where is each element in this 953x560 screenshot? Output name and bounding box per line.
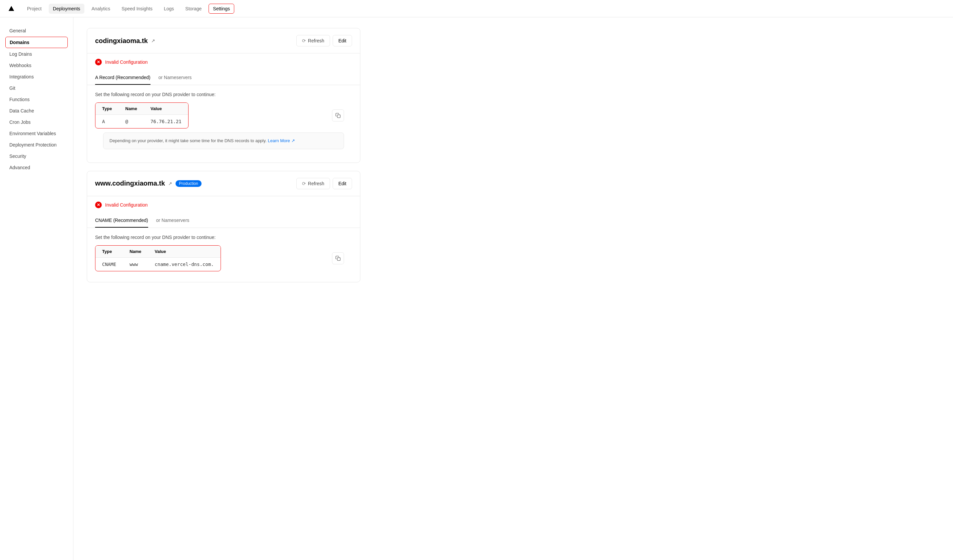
sidebar-item-deployment-protection[interactable]: Deployment Protection (5, 140, 68, 150)
domain-2-copy-area: Type Name Value CNAME www cname.vercel-d… (95, 245, 352, 271)
sidebar-item-webhooks[interactable]: Webhooks (5, 60, 68, 71)
nav-tab-project[interactable]: Project (23, 4, 46, 14)
sidebar-item-domains[interactable]: Domains (5, 37, 68, 48)
domain-1-refresh-button[interactable]: ⟳ Refresh (296, 35, 330, 47)
domain-1-dns-content: Set the following record on your DNS pro… (87, 85, 360, 163)
domain-1-dns-table: Type Name Value A @ 76.76.21.21 (95, 103, 188, 128)
nav-tab-deployments[interactable]: Deployments (49, 4, 85, 14)
domain-2-actions: ⟳ Refresh Edit (296, 178, 352, 189)
domain-1-copy-button[interactable] (332, 109, 344, 121)
domain-1-col-name: Name (119, 103, 144, 115)
domain-card-2: www.codingxiaoma.tk ↗ Production ⟳ Refre… (87, 171, 360, 282)
domain-1-dns-name: @ (119, 115, 144, 129)
sidebar-item-integrations[interactable]: Integrations (5, 71, 68, 82)
domain-1-refresh-label: Refresh (308, 38, 324, 43)
nav-tab-logs[interactable]: Logs (160, 4, 178, 14)
domain-2-dns-table: Type Name Value CNAME www cname.vercel-d… (95, 246, 220, 271)
domain-1-info-box: Depending on your provider, it might tak… (103, 132, 344, 149)
nav-tab-storage[interactable]: Storage (181, 4, 206, 14)
domain-1-dns-table-wrapper: Type Name Value A @ 76.76.21.21 (95, 102, 189, 129)
domain-2-edit-button[interactable]: Edit (333, 178, 352, 189)
domain-2-name: www.codingxiaoma.tk (95, 180, 165, 187)
domain-2-dns-table-wrapper: Type Name Value CNAME www cname.vercel-d… (95, 245, 221, 271)
sidebar-item-advanced[interactable]: Advanced (5, 162, 68, 173)
domain-2-refresh-button[interactable]: ⟳ Refresh (296, 178, 330, 189)
domain-2-copy-button[interactable] (332, 252, 344, 264)
domain-1-name: codingxiaoma.tk (95, 37, 148, 45)
domain-1-col-value: Value (144, 103, 188, 115)
refresh-icon-1: ⟳ (302, 38, 306, 43)
domain-1-dns-instruction: Set the following record on your DNS pro… (95, 92, 352, 97)
domain-1-tab-a-record[interactable]: A Record (Recommended) (95, 71, 151, 85)
domain-1-dns-type: A (95, 115, 119, 129)
domain-2-dns-instruction: Set the following record on your DNS pro… (95, 234, 352, 240)
nav-tab-analytics[interactable]: Analytics (87, 4, 115, 14)
sidebar-item-data-cache[interactable]: Data Cache (5, 105, 68, 116)
sidebar-item-log-drains[interactable]: Log Drains (5, 49, 68, 59)
svg-rect-1 (337, 115, 340, 118)
domain-1-invalid-config: ✕ Invalid Configuration (87, 53, 360, 71)
domain-1-tab-nameservers[interactable]: or Nameservers (158, 71, 192, 85)
domain-1-error-text: Invalid Configuration (105, 59, 148, 65)
domain-1-learn-more-icon: ↗ (291, 138, 295, 143)
sidebar-item-functions[interactable]: Functions (5, 94, 68, 105)
sidebar: General Domains Log Drains Webhooks Inte… (0, 17, 73, 560)
vercel-logo (8, 5, 15, 12)
domain-1-tab-bar: A Record (Recommended) or Nameservers (87, 71, 360, 85)
domain-2-title-area: www.codingxiaoma.tk ↗ Production (95, 180, 202, 187)
domain-2-production-badge: Production (175, 180, 201, 187)
domain-2-error-text: Invalid Configuration (105, 202, 148, 208)
domain-1-external-link-icon[interactable]: ↗ (151, 38, 155, 43)
domain-card-2-header: www.codingxiaoma.tk ↗ Production ⟳ Refre… (87, 171, 360, 196)
nav-tab-speed-insights[interactable]: Speed Insights (117, 4, 157, 14)
svg-marker-0 (9, 6, 14, 11)
domain-1-info-text: Depending on your provider, it might tak… (109, 138, 267, 143)
nav-tab-settings[interactable]: Settings (208, 4, 234, 14)
domain-2-invalid-config: ✕ Invalid Configuration (87, 196, 360, 214)
sidebar-item-general[interactable]: General (5, 25, 68, 36)
domain-1-title-area: codingxiaoma.tk ↗ (95, 37, 155, 45)
domain-2-dns-type: CNAME (95, 257, 123, 271)
domain-card-1: codingxiaoma.tk ↗ ⟳ Refresh Edit ✕ Inval… (87, 28, 360, 163)
domain-2-tab-bar: CNAME (Recommended) or Nameservers (87, 214, 360, 228)
sidebar-item-cron-jobs[interactable]: Cron Jobs (5, 117, 68, 127)
domain-2-tab-nameservers[interactable]: or Nameservers (156, 214, 189, 228)
domain-2-col-name: Name (123, 246, 148, 258)
domain-2-dns-name: www (123, 257, 148, 271)
domain-1-edit-button[interactable]: Edit (333, 35, 352, 47)
domain-1-actions: ⟳ Refresh Edit (296, 35, 352, 47)
refresh-icon-2: ⟳ (302, 181, 306, 186)
domain-2-external-link-icon[interactable]: ↗ (168, 181, 172, 186)
domain-2-dns-row: CNAME www cname.vercel-dns.com. (95, 257, 220, 271)
domain-2-dns-value: cname.vercel-dns.com. (148, 257, 220, 271)
domain-card-1-header: codingxiaoma.tk ↗ ⟳ Refresh Edit (87, 28, 360, 53)
sidebar-item-environment-variables[interactable]: Environment Variables (5, 128, 68, 139)
domain-2-col-type: Type (95, 246, 123, 258)
domain-1-copy-area: Type Name Value A @ 76.76.21.21 (95, 102, 352, 129)
domain-2-error-icon: ✕ (95, 202, 102, 208)
sidebar-item-git[interactable]: Git (5, 83, 68, 93)
domain-1-dns-value: 76.76.21.21 (144, 115, 188, 129)
domain-2-col-value: Value (148, 246, 220, 258)
domain-1-dns-row: A @ 76.76.21.21 (95, 115, 188, 129)
sidebar-item-security[interactable]: Security (5, 151, 68, 161)
domain-1-col-type: Type (95, 103, 119, 115)
domain-2-tab-cname[interactable]: CNAME (Recommended) (95, 214, 148, 228)
svg-rect-2 (337, 258, 340, 261)
domain-1-learn-more-label: Learn More (268, 138, 290, 143)
domain-2-dns-content: Set the following record on your DNS pro… (87, 228, 360, 282)
domain-1-learn-more-link[interactable]: Learn More ↗ (268, 138, 295, 143)
domain-1-error-icon: ✕ (95, 59, 102, 65)
domain-2-refresh-label: Refresh (308, 181, 324, 186)
main-content: codingxiaoma.tk ↗ ⟳ Refresh Edit ✕ Inval… (73, 17, 374, 560)
